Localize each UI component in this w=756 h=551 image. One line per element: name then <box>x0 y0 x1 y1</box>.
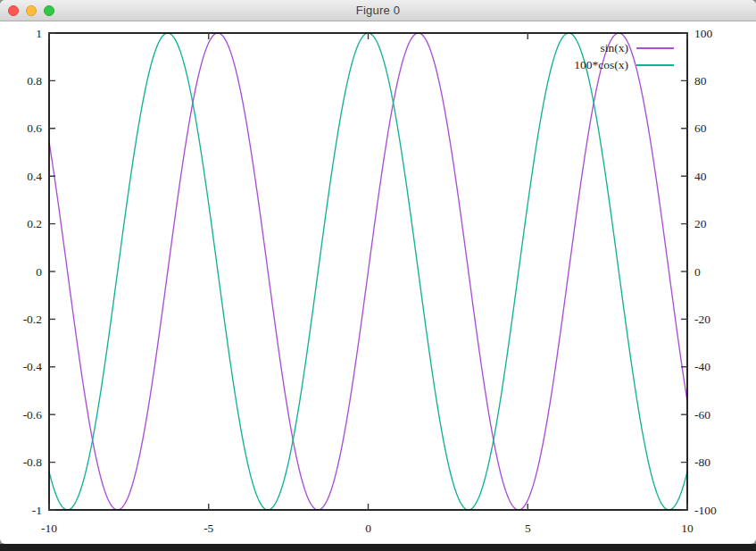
x-tick-label: -5 <box>204 522 213 535</box>
figure-window: Figure 0 -10-50510-1-0.8-0.6-0.4-0.200.2… <box>0 0 756 544</box>
window-controls <box>8 5 54 16</box>
y-right-tick-label: -40 <box>694 360 710 373</box>
y-left-tick-label: -0.8 <box>23 455 43 469</box>
y-right-tick-label: -100 <box>694 504 717 517</box>
x-tick-label: 10 <box>681 522 694 535</box>
y-right-tick-label: 60 <box>694 121 707 135</box>
legend-item-cos: 100*cos(x) <box>574 58 674 71</box>
x-tick-label: 5 <box>525 522 531 535</box>
y-left-tick-label: 0.6 <box>27 121 42 135</box>
y-right-tick-label: -80 <box>694 455 710 469</box>
legend-sample-sin-line <box>636 47 674 49</box>
y-right-tick-label: 0 <box>694 265 701 279</box>
y-left-tick-label: 1 <box>36 27 42 40</box>
zoom-button[interactable] <box>44 5 54 16</box>
y-left-tick-label: -0.4 <box>23 360 43 373</box>
x-tick-label: 0 <box>365 522 371 535</box>
y-left-tick-label: 0.8 <box>27 74 42 88</box>
y-right-tick-label: -20 <box>694 313 710 326</box>
legend-sample-cos-line <box>636 64 674 66</box>
y-left-tick-label: 0 <box>36 265 42 279</box>
legend-item-sin: sin(x) <box>601 41 675 54</box>
background-strip <box>0 544 756 551</box>
y-left-tick-label: -1 <box>32 504 42 517</box>
legend-label-sin: sin(x) <box>601 41 629 55</box>
y-left-tick-label: 0.2 <box>27 217 42 230</box>
legend: sin(x) 100*cos(x) <box>574 41 674 71</box>
y-left-tick-label: -0.6 <box>23 408 43 422</box>
y-right-tick-label: 100 <box>694 27 713 40</box>
y-right-tick-label: 80 <box>694 74 707 88</box>
y-right-tick-label: -60 <box>694 408 710 422</box>
y-right-tick-label: 20 <box>694 217 707 230</box>
titlebar[interactable]: Figure 0 <box>0 0 756 21</box>
y-right-tick-label: 40 <box>694 170 707 183</box>
x-tick-label: -10 <box>41 522 57 535</box>
y-left-tick-label: 0.4 <box>27 170 42 183</box>
minimize-button[interactable] <box>26 5 37 16</box>
y-left-tick-label: -0.2 <box>23 313 42 326</box>
close-button[interactable] <box>8 5 19 16</box>
plot-svg: -10-50510-1-0.8-0.6-0.4-0.200.20.40.60.8… <box>0 21 756 544</box>
legend-label-cos: 100*cos(x) <box>574 58 628 72</box>
window-title: Figure 0 <box>356 4 400 17</box>
curve-sin <box>49 33 687 510</box>
